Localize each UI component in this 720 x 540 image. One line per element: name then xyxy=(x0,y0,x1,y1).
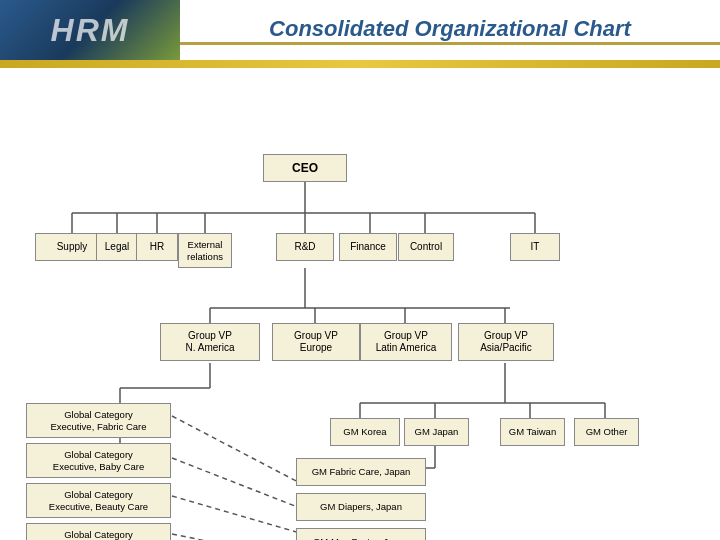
logo-area: HRM xyxy=(0,0,180,60)
groupvp-asia-box: Group VPAsia/Pacific xyxy=(458,323,554,361)
svg-line-35 xyxy=(172,458,300,508)
groupvp-latam-box: Group VPLatin America xyxy=(360,323,452,361)
global-cat-fabric-box: Global CategoryExecutive, Fabric Care xyxy=(26,403,171,438)
global-cat-baby-box: Global CategoryExecutive, Baby Care xyxy=(26,443,171,478)
groupvp-namerica-box: Group VPN. America xyxy=(160,323,260,361)
svg-line-36 xyxy=(172,496,300,533)
global-cat-beauty-box: Global CategoryExecutive, Beauty Care xyxy=(26,483,171,518)
ceo-box: CEO xyxy=(263,154,347,182)
gm-diapers-japan-box: GM Diapers, Japan xyxy=(296,493,426,521)
gm-korea-box: GM Korea xyxy=(330,418,400,446)
gm-maxfactor-japan-box: GM Max Factor, Japan xyxy=(296,528,426,540)
gm-other-box: GM Other xyxy=(574,418,639,446)
header: HRM Consolidated Organizational Chart xyxy=(0,0,720,60)
svg-line-37 xyxy=(172,534,300,540)
gm-fabric-japan-box: GM Fabric Care, Japan xyxy=(296,458,426,486)
finance-box: Finance xyxy=(339,233,397,261)
logo-text: HRM xyxy=(51,12,130,49)
it-box: IT xyxy=(510,233,560,261)
gm-taiwan-box: GM Taiwan xyxy=(500,418,565,446)
external-relations-box: External relations xyxy=(178,233,232,268)
gm-japan-box: GM Japan xyxy=(404,418,469,446)
chart-area: CEO Supply Legal HR External relations R… xyxy=(0,68,720,540)
global-cat-other-box: Global CategoryExecutive, Other xyxy=(26,523,171,540)
hr-box: HR xyxy=(136,233,178,261)
title-area: Consolidated Organizational Chart xyxy=(180,16,720,45)
legal-box: Legal xyxy=(96,233,138,261)
groupvp-europe-box: Group VPEurope xyxy=(272,323,360,361)
gold-bar xyxy=(0,60,720,68)
rd-box: R&D xyxy=(276,233,334,261)
page-title: Consolidated Organizational Chart xyxy=(269,16,631,42)
svg-line-34 xyxy=(172,416,300,483)
control-box: Control xyxy=(398,233,454,261)
